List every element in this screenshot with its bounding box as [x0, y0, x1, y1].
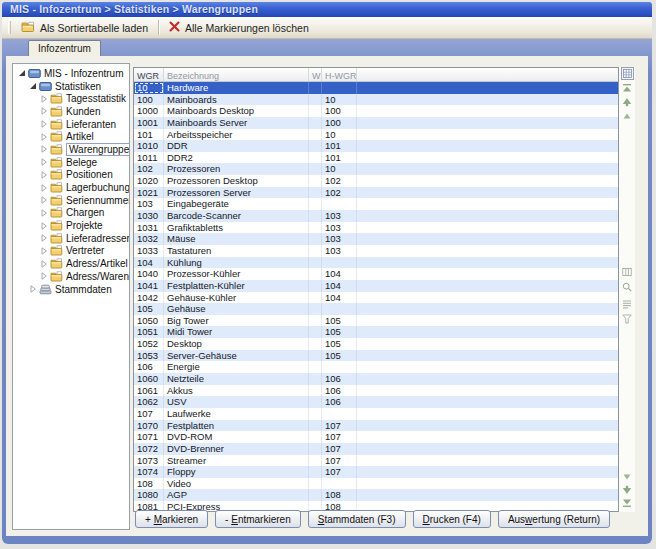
tree-item[interactable]: Seriennummern [13, 194, 129, 207]
table-row[interactable]: 1011 DDR2 101 [134, 152, 618, 164]
table-row[interactable]: 1021 Prozessoren Server 102 [134, 187, 618, 199]
table-row[interactable]: 10 Hardware [134, 82, 618, 94]
table-row[interactable]: 102 Prozessoren 10 [134, 163, 618, 175]
tree-item[interactable]: Artikel [13, 130, 129, 143]
scroll-to-bottom-icon[interactable] [622, 498, 632, 508]
cell-filler [357, 338, 618, 350]
tree-expander-icon[interactable] [28, 285, 37, 294]
scroll-up-small-icon[interactable] [622, 111, 632, 121]
table-row[interactable]: 104 Kühlung [134, 257, 618, 269]
clear-all-marks-button[interactable]: Alle Markierungen löschen [163, 19, 315, 36]
scroll-up-icon[interactable] [622, 97, 632, 107]
cell-bezeichnung: Festplatten [164, 420, 309, 432]
tree-expander-icon[interactable] [39, 120, 48, 129]
tree-item[interactable]: Belege [13, 156, 129, 169]
tree-item[interactable]: Stammdaten [13, 283, 129, 296]
tree-item[interactable]: Statistiken [13, 80, 129, 93]
unmark-button[interactable]: - Entmarkieren [215, 510, 301, 528]
column-settings-icon[interactable] [622, 267, 632, 277]
tree-expander-icon[interactable] [39, 208, 48, 217]
tree-item[interactable]: Vertreter [13, 245, 129, 258]
table-row[interactable]: 1040 Prozessor-Kühler 104 [134, 268, 618, 280]
table-row[interactable]: 1001 Mainboards Server 100 [134, 117, 618, 129]
tree-expander-icon[interactable] [39, 259, 48, 268]
tree-item[interactable]: Positionen [13, 169, 129, 182]
tree-expander-icon[interactable] [39, 221, 48, 230]
tree-item[interactable]: MIS - Infozentrum [13, 67, 129, 80]
table-row[interactable]: 1060 Netzteile 106 [134, 373, 618, 385]
tree-expander-icon[interactable] [39, 170, 48, 179]
table-row[interactable]: 100 Mainboards 10 [134, 94, 618, 106]
tree-expander-icon[interactable] [39, 94, 48, 103]
cell-filler [357, 373, 618, 385]
table-row[interactable]: 1071 DVD-ROM 107 [134, 431, 618, 443]
table-row[interactable]: 1042 Gehäuse-Kühler 104 [134, 292, 618, 304]
table-row[interactable]: 108 Video [134, 478, 618, 490]
table-row[interactable]: 1031 Grafiktabletts 103 [134, 222, 618, 234]
tree-item[interactable]: Lieferadressen [13, 232, 129, 245]
tree-expander-icon[interactable] [39, 272, 48, 281]
tree-expander-icon[interactable] [39, 132, 48, 141]
tree-expander-icon[interactable] [39, 234, 48, 243]
column-header-wgr[interactable]: WGR [134, 68, 164, 81]
tree-expander-icon[interactable] [39, 196, 48, 205]
table-row[interactable]: 1051 Midi Tower 105 [134, 326, 618, 338]
tree-expander-icon[interactable] [28, 82, 37, 91]
column-header-hwgr[interactable]: H-WGR [322, 68, 357, 81]
table-row[interactable]: 1074 Floppy 107 [134, 466, 618, 478]
tree-expander-icon[interactable] [39, 107, 48, 116]
tree-item[interactable]: Lagerbuchungen [13, 181, 129, 194]
column-header-bezeichnung[interactable]: Bezeichnung [164, 68, 309, 81]
table-row[interactable]: 1053 Server-Gehäuse 105 [134, 350, 618, 362]
table-row[interactable]: 1041 Festplatten-Kühler 104 [134, 280, 618, 292]
table-row[interactable]: 1061 Akkus 106 [134, 385, 618, 397]
table-row[interactable]: 1050 Big Tower 105 [134, 315, 618, 327]
filter-icon[interactable] [622, 314, 632, 324]
tree-item[interactable]: Projekte [13, 219, 129, 232]
cell-wgr: 1040 [134, 268, 164, 280]
table-row[interactable]: 1010 DDR 101 [134, 140, 618, 152]
table-row[interactable]: 1073 Streamer 107 [134, 455, 618, 467]
scroll-down-icon[interactable] [622, 485, 632, 495]
tree-item[interactable]: Adress/Artikel [13, 257, 129, 270]
print-button[interactable]: Drucken (F4) [413, 510, 491, 528]
column-chooser-button[interactable] [621, 67, 634, 80]
tree-item[interactable]: Warengruppen [13, 143, 129, 156]
tree-item[interactable]: Chargen [13, 207, 129, 220]
table-row[interactable]: 106 Energie [134, 361, 618, 373]
stammdaten-button[interactable]: Stammdaten (F3) [308, 510, 406, 528]
tab-infozentrum[interactable]: Infozentrum [28, 40, 101, 56]
tree-expander-icon[interactable] [39, 145, 48, 154]
table-row[interactable]: 1030 Barcode-Scanner 103 [134, 210, 618, 222]
tree-expander-icon[interactable] [39, 246, 48, 255]
tree-item[interactable]: Kunden [13, 105, 129, 118]
table-row[interactable]: 1070 Festplatten 107 [134, 420, 618, 432]
table-row[interactable]: 103 Eingabegeräte [134, 198, 618, 210]
tree-item[interactable]: Tagesstatistik [13, 92, 129, 105]
tree-item[interactable]: Adress/Warengruppen [13, 270, 129, 283]
table-row[interactable]: 1072 DVD-Brenner 107 [134, 443, 618, 455]
tree-expander-icon[interactable] [39, 158, 48, 167]
table-row[interactable]: 1020 Prozessoren Desktop 102 [134, 175, 618, 187]
tree-expander-icon[interactable] [39, 183, 48, 192]
table-row[interactable]: 1062 USV 106 [134, 396, 618, 408]
load-as-sort-table-button[interactable]: Als Sortiertabelle laden [15, 19, 154, 37]
tree-item[interactable]: Lieferanten [13, 118, 129, 131]
column-header-w[interactable]: W [309, 68, 322, 81]
table-row[interactable]: 107 Laufwerke [134, 408, 618, 420]
table-row[interactable]: 105 Gehäuse [134, 303, 618, 315]
mark-button[interactable]: + Markieren [135, 510, 208, 528]
table-row[interactable]: 1032 Mäuse 103 [134, 233, 618, 245]
record-list-icon[interactable] [622, 299, 632, 309]
cell-hwgr: 108 [322, 489, 357, 501]
table-row[interactable]: 1033 Tastaturen 103 [134, 245, 618, 257]
table-row[interactable]: 1000 Mainboards Desktop 100 [134, 105, 618, 117]
table-row[interactable]: 101 Arbeitsspeicher 10 [134, 129, 618, 141]
table-row[interactable]: 1052 Desktop 105 [134, 338, 618, 350]
search-icon[interactable] [622, 282, 632, 292]
auswertung-button[interactable]: Auswertung (Return) [498, 510, 610, 528]
table-row[interactable]: 1080 AGP 108 [134, 489, 618, 501]
scroll-to-top-icon[interactable] [622, 83, 632, 93]
tree-expander-icon[interactable] [17, 69, 26, 78]
scroll-down-small-icon[interactable] [622, 472, 632, 482]
